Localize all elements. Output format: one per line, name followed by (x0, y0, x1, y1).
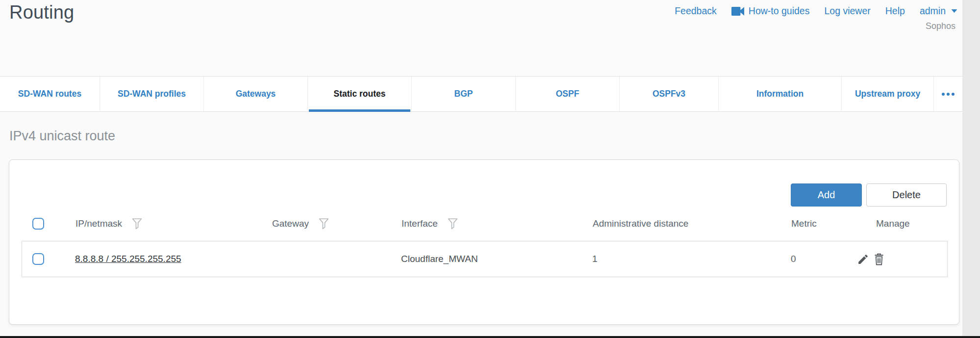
add-button[interactable]: Add (791, 183, 862, 207)
feedback-link[interactable]: Feedback (675, 5, 717, 17)
help-link[interactable]: Help (885, 5, 905, 17)
column-header-admin-distance: Administrative distance (593, 218, 688, 229)
column-header-metric: Metric (791, 218, 817, 229)
route-interface-value: Cloudflare_MWAN (379, 254, 570, 264)
tab-ospfv3[interactable]: OSPFv3 (620, 77, 719, 111)
tab-ospf[interactable]: OSPF (516, 77, 620, 111)
filter-icon[interactable] (132, 218, 142, 230)
howto-guides-link[interactable]: How-to guides (731, 5, 810, 17)
top-navigation: Feedback How-to guides Log viewer Help a… (675, 5, 957, 17)
route-ip-netmask-link[interactable]: 8.8.8.8 / 255.255.255.255 (75, 254, 181, 264)
more-tabs-button[interactable] (934, 77, 962, 111)
log-viewer-link-label: Log viewer (824, 5, 870, 17)
select-all-checkbox[interactable] (32, 218, 44, 230)
table-row: 8.8.8.8 / 255.255.255.255 Cloudflare_MWA… (22, 241, 948, 277)
tab-sdwan-routes[interactable]: SD-WAN routes (0, 77, 100, 111)
routes-table: IP/netmask Gateway Interface (22, 207, 948, 277)
howto-guides-link-label: How-to guides (749, 5, 810, 17)
user-menu-label: admin (920, 5, 946, 17)
tab-bgp[interactable]: BGP (412, 77, 516, 111)
route-admin-distance-value: 1 (570, 254, 766, 264)
column-header-gateway: Gateway (272, 218, 309, 229)
tab-information[interactable]: Information (719, 77, 842, 111)
app-container: Routing Feedback How-to guides Log viewe… (0, 0, 962, 336)
row-checkbox[interactable] (32, 253, 44, 265)
feedback-link-label: Feedback (675, 5, 717, 17)
ellipsis-icon (942, 93, 955, 96)
tab-static-routes[interactable]: Static routes (308, 77, 412, 111)
edit-button[interactable] (857, 253, 869, 265)
user-menu[interactable]: admin (920, 5, 957, 17)
tab-sdwan-profiles[interactable]: SD-WAN profiles (100, 77, 204, 111)
chevron-down-icon (951, 9, 957, 13)
page-title: Routing (9, 2, 74, 23)
delete-row-button[interactable] (873, 253, 885, 266)
route-metric-value: 0 (766, 254, 849, 264)
log-viewer-link[interactable]: Log viewer (824, 5, 870, 17)
page-header: Routing Feedback How-to guides Log viewe… (0, 0, 962, 76)
tab-upstream-proxy[interactable]: Upstream proxy (842, 77, 934, 111)
brand-label: Sophos (926, 21, 955, 31)
filter-icon[interactable] (319, 218, 329, 230)
tab-bar: SD-WAN routes SD-WAN profiles Gateways S… (0, 76, 962, 112)
table-toolbar: Add Delete (22, 183, 947, 207)
help-link-label: Help (885, 5, 905, 17)
section-title: IPv4 unicast route (9, 129, 115, 144)
delete-button[interactable]: Delete (866, 183, 947, 207)
filter-icon[interactable] (448, 218, 458, 230)
videocam-icon (731, 6, 744, 16)
column-header-manage: Manage (876, 218, 910, 229)
column-header-interface: Interface (402, 218, 438, 229)
window-bottom-edge (0, 336, 980, 338)
column-header-ip-netmask: IP/netmask (75, 218, 122, 229)
routes-card: Add Delete IP/netmask Gateway (9, 159, 959, 325)
table-header-row: IP/netmask Gateway Interface (22, 207, 948, 241)
tab-gateways[interactable]: Gateways (204, 77, 308, 111)
